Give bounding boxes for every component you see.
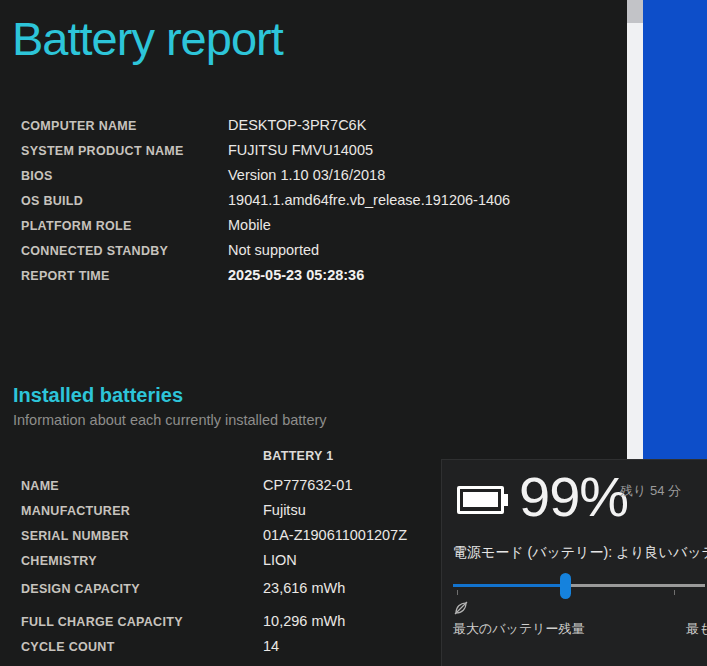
power-mode-slider[interactable] bbox=[442, 570, 707, 602]
battery-flyout: 99% 残り 54 分 電源モード (バッテリー): より良いバッテリー 最大の… bbox=[441, 459, 707, 666]
info-label: PLATFORM ROLE bbox=[21, 219, 228, 233]
report-time-value: 2025-05-23 05:28:36 bbox=[228, 267, 364, 283]
info-label: REPORT TIME bbox=[21, 269, 228, 283]
slider-left-label: 最大のバッテリー残量 bbox=[453, 620, 585, 638]
info-label: CONNECTED STANDBY bbox=[21, 244, 228, 258]
info-label: NAME bbox=[21, 479, 263, 493]
battery-icon-nub bbox=[504, 494, 508, 506]
info-label: DESIGN CAPACITY bbox=[21, 582, 263, 596]
slider-tick bbox=[457, 590, 458, 595]
info-value: 01A-Z190611001207Z bbox=[263, 527, 407, 543]
info-label: CYCLE COUNT bbox=[21, 640, 263, 654]
table-row: DESIGN CAPACITY 23,616 mWh bbox=[21, 580, 407, 605]
table-row: FULL CHARGE CAPACITY 10,296 mWh bbox=[21, 613, 407, 638]
info-label: MANUFACTURER bbox=[21, 504, 263, 518]
table-row: CYCLE COUNT 14 bbox=[21, 638, 407, 663]
battery-icon-fill bbox=[463, 492, 498, 507]
info-label: SERIAL NUMBER bbox=[21, 529, 263, 543]
info-label: CHEMISTRY bbox=[21, 554, 263, 568]
info-value: FUJITSU FMVU14005 bbox=[228, 142, 373, 158]
table-row: SERIAL NUMBER 01A-Z190611001207Z bbox=[21, 527, 407, 552]
info-value: DESKTOP-3PR7C6K bbox=[228, 117, 366, 133]
page-title: Battery report bbox=[12, 8, 283, 70]
info-label: OS BUILD bbox=[21, 194, 228, 208]
info-value: Fujitsu bbox=[263, 502, 306, 518]
table-row: REPORT TIME 2025-05-23 05:28:36 bbox=[21, 267, 510, 292]
info-label: SYSTEM PRODUCT NAME bbox=[21, 144, 228, 158]
system-info-table: COMPUTER NAME DESKTOP-3PR7C6K SYSTEM PRO… bbox=[21, 117, 510, 292]
table-row: PLATFORM ROLE Mobile bbox=[21, 217, 510, 242]
info-value: 10,296 mWh bbox=[263, 613, 345, 629]
info-value: 19041.1.amd64fre.vb_release.191206-1406 bbox=[228, 192, 510, 208]
info-value: 14 bbox=[263, 638, 279, 654]
info-value: Version 1.10 03/16/2018 bbox=[228, 167, 385, 183]
info-value: CP777632-01 bbox=[263, 477, 353, 493]
info-value: Not supported bbox=[228, 242, 319, 258]
battery-column-header: BATTERY 1 bbox=[263, 449, 334, 463]
info-value: 23,616 mWh bbox=[263, 580, 345, 596]
info-label: BIOS bbox=[21, 169, 228, 183]
table-row: CONNECTED STANDBY Not supported bbox=[21, 242, 510, 267]
power-mode-label: 電源モード (バッテリー): より良いバッテリー bbox=[453, 544, 707, 562]
battery-info-table: BATTERY 1 NAME CP777632-01 MANUFACTURER … bbox=[21, 449, 407, 663]
table-header-row: BATTERY 1 bbox=[21, 449, 407, 477]
time-remaining: 残り 54 分 bbox=[620, 482, 681, 500]
table-row: BIOS Version 1.10 03/16/2018 bbox=[21, 167, 510, 192]
table-row: NAME CP777632-01 bbox=[21, 477, 407, 502]
battery-saver-off-icon bbox=[452, 599, 470, 617]
table-row: OS BUILD 19041.1.amd64fre.vb_release.191… bbox=[21, 192, 510, 217]
table-row: SYSTEM PRODUCT NAME FUJITSU FMVU14005 bbox=[21, 142, 510, 167]
table-row: COMPUTER NAME DESKTOP-3PR7C6K bbox=[21, 117, 510, 142]
scrollbar-thumb[interactable] bbox=[627, 0, 643, 23]
slider-track-fill bbox=[453, 584, 566, 587]
info-value: LION bbox=[263, 552, 297, 568]
battery-percent: 99% bbox=[519, 468, 628, 527]
battery-icon-body bbox=[457, 486, 504, 514]
info-value: Mobile bbox=[228, 217, 271, 233]
slider-tick bbox=[674, 590, 675, 595]
info-label: FULL CHARGE CAPACITY bbox=[21, 615, 263, 629]
battery-full-icon bbox=[457, 486, 509, 514]
info-label: COMPUTER NAME bbox=[21, 119, 228, 133]
table-row: MANUFACTURER Fujitsu bbox=[21, 502, 407, 527]
installed-batteries-heading: Installed batteries bbox=[13, 384, 183, 407]
table-row: CHEMISTRY LION bbox=[21, 552, 407, 577]
slider-thumb[interactable] bbox=[560, 573, 571, 599]
slider-right-label: 最も高いパフォーマンス bbox=[686, 620, 707, 638]
installed-batteries-subtitle: Information about each currently install… bbox=[13, 412, 327, 428]
